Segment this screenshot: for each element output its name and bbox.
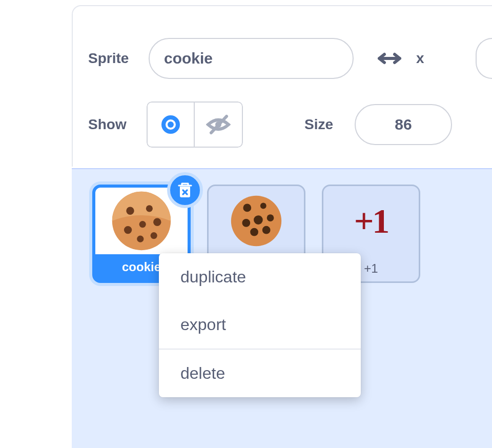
- size-input[interactable]: 86: [355, 104, 452, 145]
- plus-one-icon: +1: [354, 203, 388, 238]
- show-label: Show: [88, 116, 147, 133]
- sprite-name-label: Sprite: [88, 50, 149, 67]
- svg-point-6: [146, 205, 153, 212]
- context-menu-delete[interactable]: delete: [159, 349, 361, 397]
- svg-point-19: [262, 226, 271, 234]
- svg-point-13: [243, 204, 251, 212]
- svg-point-18: [250, 228, 258, 236]
- trash-icon: [175, 180, 195, 200]
- sprite-info-panel: Sprite cookie x Show: [72, 5, 492, 167]
- show-button[interactable]: [147, 101, 195, 148]
- sprite-tile-label: cookie: [122, 260, 161, 274]
- context-menu-duplicate[interactable]: duplicate: [159, 253, 361, 301]
- size-label: Size: [304, 116, 355, 133]
- svg-point-11: [151, 232, 157, 239]
- sprite-tile-label: +1: [364, 261, 378, 276]
- cookie-icon: [108, 188, 175, 254]
- delete-sprite-button[interactable]: [167, 172, 203, 208]
- svg-point-15: [267, 214, 274, 221]
- svg-point-17: [242, 219, 250, 227]
- svg-point-1: [168, 121, 174, 128]
- svg-point-16: [254, 215, 263, 225]
- svg-point-5: [126, 207, 134, 215]
- svg-point-7: [153, 218, 161, 226]
- cookie-chips-icon: [226, 191, 286, 251]
- hide-button[interactable]: [195, 101, 243, 148]
- svg-point-8: [139, 221, 146, 228]
- svg-point-14: [260, 203, 266, 209]
- svg-point-9: [124, 226, 132, 234]
- x-position-icon: [374, 48, 405, 69]
- sprite-name-input[interactable]: cookie: [149, 38, 354, 79]
- svg-point-10: [137, 236, 144, 242]
- visibility-toggle: [147, 101, 243, 148]
- sprite-name-value: cookie: [164, 50, 213, 67]
- size-value: 86: [395, 116, 412, 133]
- x-position-label: x: [416, 50, 424, 67]
- sprite-context-menu: duplicate export delete: [159, 253, 361, 397]
- context-menu-export[interactable]: export: [159, 301, 361, 349]
